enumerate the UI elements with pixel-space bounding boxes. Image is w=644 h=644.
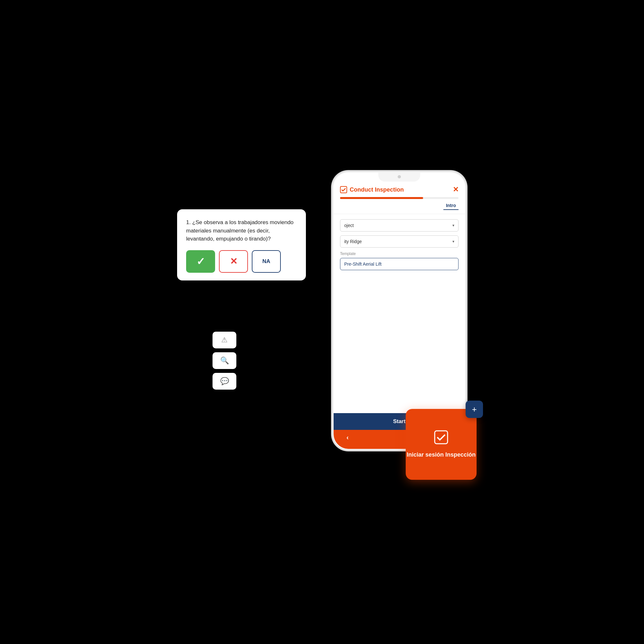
phone-screen: Conduct Inspection ✕ Intro oject bbox=[334, 173, 465, 449]
project-dropdown-arrow: ▾ bbox=[452, 223, 454, 228]
warning-icon: ⚠ bbox=[221, 336, 228, 344]
comment-action-button[interactable]: 💬 bbox=[213, 373, 236, 390]
svg-rect-1 bbox=[435, 431, 448, 444]
location-dropdown-arrow: ▾ bbox=[452, 239, 454, 244]
project-value: oject bbox=[344, 223, 354, 228]
svg-rect-0 bbox=[340, 186, 347, 193]
cta-text: Iniciar sesión Inspección bbox=[407, 451, 476, 459]
x-icon: ✕ bbox=[230, 256, 237, 267]
conduct-inspection-icon bbox=[340, 186, 347, 193]
tab-row: Intro bbox=[340, 202, 459, 210]
question-text: 1. ¿Se observa a los trabajadores movien… bbox=[186, 218, 297, 243]
comment-icon: 💬 bbox=[220, 377, 229, 385]
screen-title: Conduct Inspection bbox=[340, 186, 404, 193]
na-button[interactable]: NA bbox=[252, 250, 281, 273]
close-button[interactable]: ✕ bbox=[453, 185, 459, 194]
tab-intro[interactable]: Intro bbox=[443, 202, 459, 210]
location-value: ity Ridge bbox=[344, 239, 362, 244]
question-card: 1. ¿Se observa a los trabajadores movien… bbox=[177, 209, 306, 280]
search-icon: 🔍 bbox=[220, 356, 229, 365]
progress-bar-fill bbox=[340, 197, 423, 199]
cta-card[interactable]: Iniciar sesión Inspección bbox=[406, 409, 477, 480]
yes-button[interactable]: ✓ bbox=[186, 250, 215, 273]
search-action-button[interactable]: 🔍 bbox=[213, 352, 236, 369]
phone-inner: Conduct Inspection ✕ Intro oject bbox=[334, 173, 465, 449]
location-dropdown[interactable]: ity Ridge ▾ bbox=[340, 235, 459, 248]
scene: Conduct Inspection ✕ Intro oject bbox=[177, 145, 467, 499]
template-value: Pre-Shift Aerial Lift bbox=[340, 258, 459, 270]
screen-body: oject ▾ ity Ridge ▾ Template Pre-Shift A… bbox=[334, 214, 465, 413]
warning-action-button[interactable]: ⚠ bbox=[213, 332, 236, 348]
plus-icon: + bbox=[472, 404, 477, 414]
answer-buttons: ✓ ✕ NA bbox=[186, 250, 297, 273]
nav-left-arrow[interactable]: ‹ bbox=[346, 434, 349, 441]
plus-button[interactable]: + bbox=[466, 401, 483, 418]
side-actions: ⚠ 🔍 💬 bbox=[213, 332, 236, 390]
screen-title-text: Conduct Inspection bbox=[350, 186, 404, 193]
no-button[interactable]: ✕ bbox=[219, 250, 248, 273]
project-dropdown[interactable]: oject ▾ bbox=[340, 219, 459, 232]
checkmark-icon: ✓ bbox=[196, 255, 205, 268]
template-label: Template bbox=[340, 251, 459, 256]
cta-checkbox-icon bbox=[434, 430, 448, 447]
progress-bar-bg bbox=[340, 197, 459, 199]
phone-notch bbox=[378, 173, 420, 182]
